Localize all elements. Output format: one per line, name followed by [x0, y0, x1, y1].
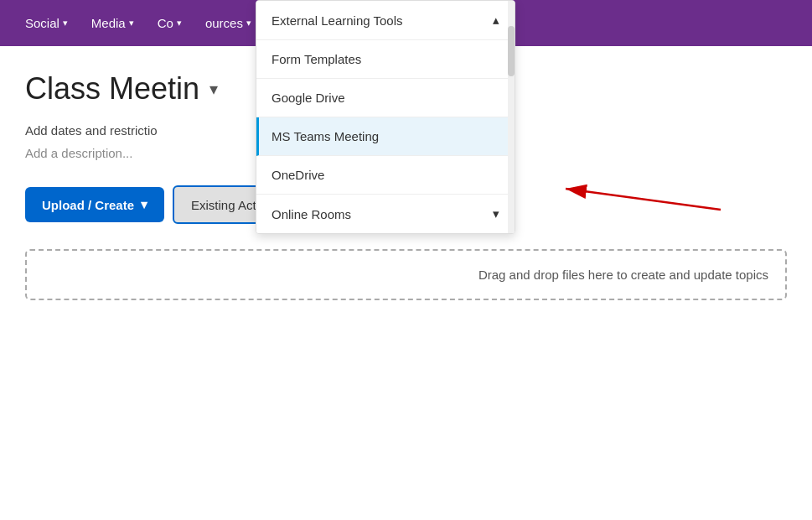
- dropdown-scrollbar-thumb: [508, 26, 515, 76]
- upload-create-button[interactable]: Upload / Create ▾: [25, 187, 164, 222]
- nav-label-ources: ources: [205, 16, 243, 30]
- nav-label-co: Co: [158, 16, 173, 30]
- upload-create-label: Upload / Create: [42, 198, 134, 212]
- dropdown-item-onedrive[interactable]: OneDrive: [256, 156, 515, 195]
- drag-drop-text: Drag and drop files here to create and u…: [478, 268, 768, 282]
- dropdown-item-online-rooms[interactable]: Online Rooms ▾: [256, 195, 515, 233]
- nav-item-social[interactable]: Social ▾: [17, 11, 76, 35]
- dropdown-menu: External Learning Tools ▴ Form Templates…: [256, 0, 515, 234]
- google-drive-label: Google Drive: [272, 91, 345, 105]
- nav-item-co[interactable]: Co ▾: [149, 11, 190, 35]
- nav-label-media: Media: [91, 16, 126, 30]
- chevron-down-icon: ▾: [63, 18, 68, 29]
- onedrive-label: OneDrive: [272, 168, 324, 182]
- dropdown-header-label: External Learning Tools: [272, 13, 403, 28]
- drag-drop-area: Drag and drop files here to create and u…: [25, 249, 787, 300]
- dropdown-item-google-drive[interactable]: Google Drive: [256, 79, 515, 117]
- chevron-down-icon: ▾: [246, 18, 251, 29]
- title-chevron-icon[interactable]: ▾: [209, 79, 218, 99]
- page-title-text: Class Meetin: [25, 71, 199, 107]
- chevron-down-icon: ▾: [177, 18, 182, 29]
- dropdown-item-ms-teams[interactable]: MS Teams Meeting: [256, 117, 515, 156]
- ms-teams-label: MS Teams Meeting: [272, 129, 379, 143]
- chevron-up-icon: ▴: [493, 13, 499, 28]
- chevron-down-icon: ▾: [141, 197, 147, 212]
- dropdown-header[interactable]: External Learning Tools ▴: [256, 1, 515, 40]
- dropdown-scrollbar[interactable]: [508, 1, 515, 233]
- nav-label-social: Social: [25, 16, 59, 30]
- form-templates-label: Form Templates: [272, 52, 361, 66]
- chevron-down-icon: ▾: [129, 18, 134, 29]
- chevron-down-icon: ▾: [493, 206, 499, 221]
- dropdown-item-form-templates[interactable]: Form Templates: [256, 40, 515, 79]
- nav-item-ources[interactable]: ources ▾: [197, 11, 260, 35]
- online-rooms-label: Online Rooms: [272, 207, 351, 221]
- nav-item-media[interactable]: Media ▾: [83, 11, 142, 35]
